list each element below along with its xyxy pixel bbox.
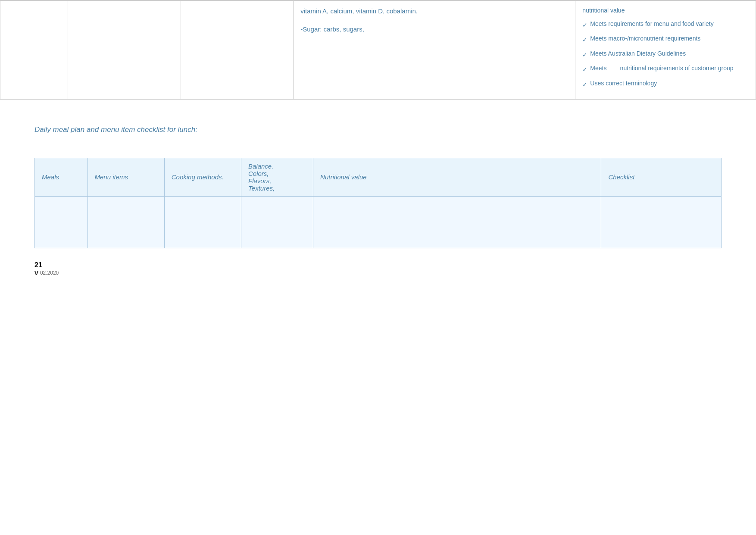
footer-inner: 21 v 02.2020 — [34, 261, 59, 277]
textures-header-text: Textures, — [248, 185, 275, 192]
checklist-text-4: Meets nutritional requirements of custom… — [590, 64, 733, 73]
checklist-section: nutritional value ✓ Meets requirements f… — [582, 6, 749, 89]
td-balance — [241, 196, 313, 248]
table-header-row: Meals Menu items Cooking methods. Balanc… — [35, 158, 722, 196]
checklist-item-1: ✓ Meets requirements for menu and food v… — [582, 19, 749, 30]
vitamin-text: vitamin A, calcium, vitamin D, cobalamin… — [300, 6, 568, 16]
page-container: vitamin A, calcium, vitamin D, cobalamin… — [0, 0, 756, 535]
content-col: vitamin A, calcium, vitamin D, cobalamin… — [294, 1, 575, 99]
td-menu-items — [87, 196, 164, 248]
checklist-header: nutritional value — [582, 6, 749, 15]
check-icon-5: ✓ — [582, 80, 587, 89]
checklist-item-5: ✓ Uses correct terminology — [582, 79, 749, 89]
check-icon-1: ✓ — [582, 20, 587, 30]
th-balance: Balance. Colors, Flavors, Textures, — [241, 158, 313, 196]
bottom-table: Meals Menu items Cooking methods. Balanc… — [34, 158, 722, 248]
checklist-text-1: Meets requirements for menu and food var… — [590, 19, 713, 28]
th-nutritional: Nutritional value — [313, 158, 601, 196]
checklist-item-3: ✓ Meets Australian Dietary Guidelines — [582, 49, 749, 59]
th-menu-items: Menu items — [87, 158, 164, 196]
th-checklist: Checklist — [601, 158, 722, 196]
td-meals — [35, 196, 88, 248]
section-heading: Daily meal plan and menu item checklist … — [34, 125, 722, 134]
balance-header-text: Balance. — [248, 163, 273, 170]
table-row — [35, 196, 722, 248]
th-meals: Meals — [35, 158, 88, 196]
page-number-bottom: v — [34, 269, 38, 277]
checklist-text-2: Meets macro-/micronutrient requirements — [590, 34, 700, 43]
checklist-text-5: Uses correct terminology — [590, 79, 657, 88]
td-cooking — [164, 196, 241, 248]
check-icon-3: ✓ — [582, 50, 587, 59]
checklist-item-4: ✓ Meets nutritional requirements of cust… — [582, 64, 749, 74]
colors-header-text: Colors, — [248, 170, 269, 177]
checklist-text-3: Meets Australian Dietary Guidelines — [590, 49, 686, 58]
checklist-item-2: ✓ Meets macro-/micronutrient requirement… — [582, 34, 749, 44]
top-table: vitamin A, calcium, vitamin D, cobalamin… — [0, 0, 756, 99]
page-number-top: 21 — [34, 261, 59, 269]
empty-col-3 — [181, 1, 294, 99]
checklist-col: nutritional value ✓ Meets requirements f… — [575, 1, 756, 99]
empty-col-1 — [0, 1, 68, 99]
check-icon-4: ✓ — [582, 65, 587, 74]
middle-section: Daily meal plan and menu item checklist … — [0, 100, 756, 158]
version-text: 02.2020 — [40, 270, 59, 276]
sugar-text: -Sugar: carbs, sugars, — [300, 24, 568, 34]
th-cooking: Cooking methods. — [164, 158, 241, 196]
check-icon-2: ✓ — [582, 35, 587, 44]
td-checklist — [601, 196, 722, 248]
bottom-table-container: Meals Menu items Cooking methods. Balanc… — [0, 158, 756, 248]
td-nutritional — [313, 196, 601, 248]
empty-col-2 — [68, 1, 181, 99]
flavors-header-text: Flavors, — [248, 177, 271, 185]
top-table-section: vitamin A, calcium, vitamin D, cobalamin… — [0, 0, 756, 100]
footer-section: 21 v 02.2020 — [0, 248, 756, 285]
